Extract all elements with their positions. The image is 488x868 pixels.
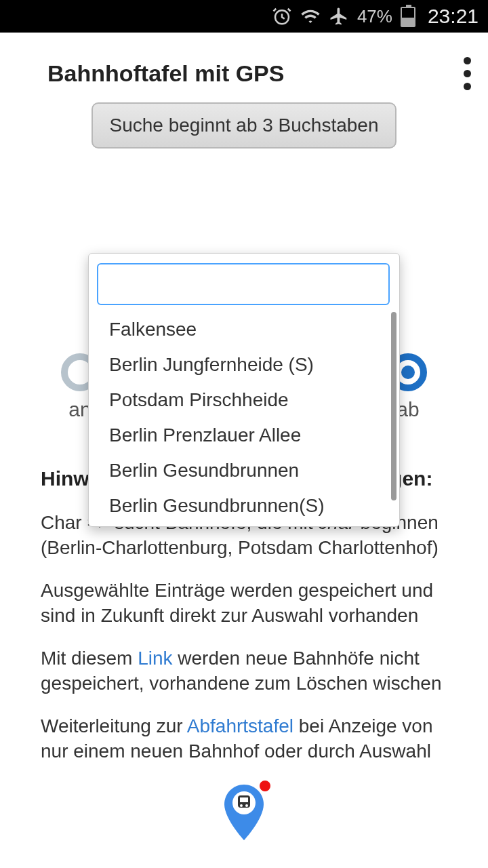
clock-time: 23:21: [428, 5, 479, 28]
station-search-input[interactable]: [97, 263, 390, 305]
airplane-mode-icon: [329, 6, 349, 26]
notification-badge: [260, 781, 270, 791]
battery-percent: 47%: [357, 6, 392, 27]
battery-icon: [401, 7, 415, 27]
suggestion-list[interactable]: Falkensee Berlin Jungfernheide (S) Potsd…: [96, 312, 396, 526]
list-item[interactable]: Potsdam Pirschheide: [96, 382, 396, 418]
svg-point-5: [245, 804, 248, 807]
search-trigger-button[interactable]: Suche beginnt ab 3 Buchstaben: [92, 102, 396, 149]
hint-paragraph: Mit diesem Link werden neue Bahnhöfe nic…: [41, 646, 447, 696]
overflow-menu-button[interactable]: [464, 57, 481, 90]
list-item[interactable]: Falkensee: [96, 312, 396, 347]
app-header: Bahnhoftafel mit GPS: [0, 33, 488, 102]
list-item[interactable]: Potsdam Hbf: [96, 524, 396, 526]
alarm-icon: [272, 6, 292, 26]
list-item[interactable]: Berlin Prenzlauer Allee: [96, 418, 396, 453]
link-no-save[interactable]: Link: [138, 648, 172, 669]
link-departure-board[interactable]: Abfahrtstafel: [187, 715, 293, 736]
page-title: Bahnhoftafel mit GPS: [47, 60, 284, 87]
android-status-bar: 47% 23:21: [0, 0, 488, 33]
station-autocomplete-dropdown: Falkensee Berlin Jungfernheide (S) Potsd…: [88, 253, 400, 527]
list-item[interactable]: Berlin Gesundbrunnen: [96, 453, 396, 488]
svg-rect-3: [240, 797, 248, 802]
station-map-pin-icon[interactable]: [220, 782, 268, 846]
hint-paragraph: Weiterleitung zur Abfahrtstafel bei Anze…: [41, 714, 447, 764]
hint-paragraph: Ausgewählte Einträge werden gespeichert …: [41, 578, 447, 629]
wifi-icon: [300, 6, 321, 26]
list-item[interactable]: Berlin Gesundbrunnen(S): [96, 488, 396, 524]
svg-point-4: [240, 804, 243, 807]
list-item[interactable]: Berlin Jungfernheide (S): [96, 347, 396, 382]
